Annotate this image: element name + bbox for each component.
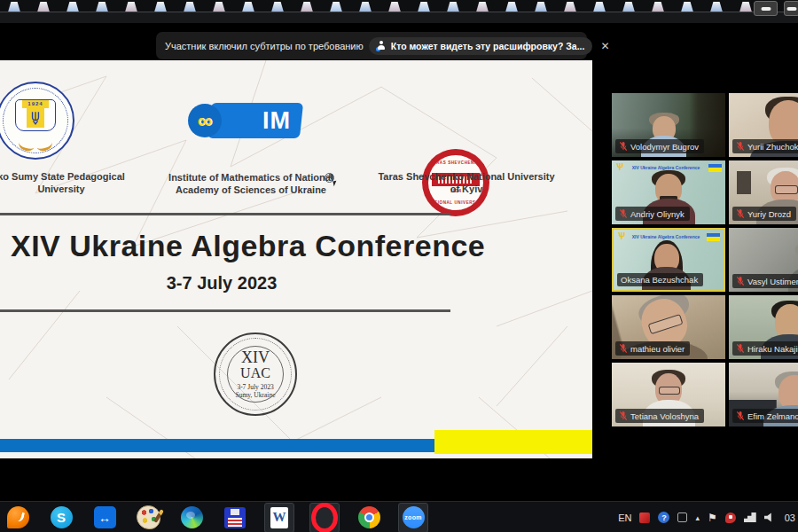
flag-bar-blue — [0, 439, 434, 452]
participant-tile-vasyl-ustimenko[interactable]: Vasyl Ustimenko — [729, 228, 798, 292]
participant-tile-oksana-bezushchak[interactable]: ѰXIV Ukraine Algebra ConferenceOksana Be… — [612, 228, 725, 292]
participant-name-label: Tetiana Voloshyna — [615, 409, 704, 423]
conference-dates: 3-7 July 2023 — [0, 273, 443, 293]
system-tray: 03 EN?▴⚑ — [618, 502, 798, 532]
participant-name: Tetiana Voloshyna — [630, 411, 699, 421]
participant-name: Yuriy Drozd — [747, 209, 791, 219]
muted-mic-icon — [736, 141, 745, 152]
video-thumbnail — [327, 2, 345, 12]
taskbar-skype-icon[interactable]: S — [47, 504, 75, 532]
video-thumbnail — [181, 2, 199, 12]
video-thumbnail — [152, 2, 169, 12]
video-thumbnail — [708, 2, 725, 12]
notification-message: Участник включил субтитры по требованию — [165, 41, 364, 51]
video-thumbnail — [532, 2, 550, 12]
video-thumbnail — [473, 2, 491, 12]
muted-mic-icon — [736, 411, 745, 421]
participant-name-label: Hiraku Nakajima — [732, 341, 798, 356]
participant-tile-hiraku-nakajima[interactable]: Hiraku Nakajima — [729, 295, 798, 359]
emblem-year: 1924 — [22, 100, 49, 108]
participant-tile-mathieu-olivier[interactable]: mathieu olivier — [612, 295, 725, 359]
tray-hidden-icons-icon[interactable]: ▴ — [695, 513, 700, 522]
tray-utility-icon[interactable] — [677, 512, 687, 522]
sumy-university-logo: 1924 — [0, 82, 74, 160]
taskbar-floppy-icon[interactable] — [221, 504, 249, 532]
title-rule-bottom — [0, 309, 450, 312]
video-thumbnail — [386, 2, 403, 12]
video-thumbnail — [356, 2, 374, 12]
taskbar-apps: S↔Wzoom — [4, 502, 428, 532]
conference-title: XIV Ukraine Algebra Conference — [11, 229, 543, 263]
person-icon — [377, 41, 387, 51]
video-thumbnail — [269, 2, 286, 12]
video-thumbnail — [649, 2, 667, 12]
conference-stamp: XIV UAC 3-7 July 2023 Sumy, Ukraine — [214, 332, 297, 416]
top-thumbnail-strip — [0, 0, 798, 23]
caption-notification: Участник включил субтитры по требованию … — [156, 32, 587, 59]
video-thumbnail — [5, 2, 23, 12]
tray-language-icon[interactable]: EN — [618, 512, 631, 523]
participant-tile-andriy-oliynyk[interactable]: ѰXIV Ukraine Algebra ConferenceAndriy Ol… — [612, 160, 725, 224]
close-icon[interactable]: ✕ — [598, 40, 612, 52]
window-control-button[interactable] — [784, 1, 798, 16]
participant-tile-tetiana-voloshyna[interactable]: Tetiana Voloshyna — [612, 363, 725, 426]
video-thumbnail — [561, 2, 579, 12]
video-thumbnail — [737, 2, 755, 12]
tray-security-alert-icon[interactable] — [725, 512, 736, 523]
taskbar-word-icon[interactable]: W — [264, 503, 294, 532]
participant-name: Vasyl Ustimenko — [747, 277, 798, 286]
im-caption: Institute of Mathematics of National Aca… — [160, 171, 342, 197]
video-thumbnail — [64, 2, 82, 12]
participant-name-label: mathieu olivier — [615, 341, 690, 356]
taskbar-paint-icon[interactable] — [134, 504, 162, 532]
participant-tile-volodymyr-bugrov[interactable]: Volodymyr Bugrov — [612, 93, 725, 157]
taskbar-chrome-icon[interactable] — [355, 504, 383, 532]
minimize-button[interactable] — [754, 1, 778, 16]
strip-divider — [0, 12, 798, 12]
taskbar-edge-icon[interactable] — [177, 504, 206, 532]
participant-name-label: Volodymyr Bugrov — [615, 139, 704, 153]
participant-name: Andriy Oliynyk — [630, 209, 685, 219]
participant-name-label: Efim Zelmanov — [732, 409, 798, 423]
participant-name: Volodymyr Bugrov — [630, 142, 699, 152]
video-thumbnail — [93, 2, 111, 12]
title-rule-top — [0, 213, 450, 215]
muted-mic-icon — [736, 276, 745, 286]
muted-mic-icon — [619, 208, 628, 219]
participant-name: mathieu olivier — [630, 344, 685, 354]
participant-name-label: Oksana Bezushchak — [617, 273, 703, 286]
participant-name-label: Vasyl Ustimenko — [732, 274, 798, 288]
video-thumbnail — [210, 2, 228, 12]
video-thumbnail — [122, 2, 140, 12]
shevchenko-caption: Taras Shevchenko National University of … — [375, 170, 558, 196]
taskbar-opera-icon[interactable] — [309, 503, 340, 532]
tray-volume-icon[interactable] — [764, 512, 776, 522]
trident-icon — [27, 108, 44, 128]
taskbar-teamviewer-icon[interactable]: ↔ — [90, 504, 119, 532]
video-thumbnail — [239, 2, 257, 12]
muted-mic-icon — [736, 343, 745, 354]
participant-name-label: Yurii Zhuchok — [732, 139, 798, 153]
taskbar: S↔Wzoom 03 EN?▴⚑ — [0, 501, 798, 532]
infinity-icon: ∞ — [188, 104, 222, 137]
muted-mic-icon — [736, 208, 745, 219]
desktop-screen: Участник включил субтитры по требованию … — [0, 0, 798, 532]
clock[interactable]: 03 — [785, 512, 795, 523]
muted-mic-icon — [619, 141, 628, 152]
video-thumbnail — [35, 2, 52, 12]
participant-name-label: Yuriy Drozd — [732, 207, 796, 221]
video-thumbnail — [503, 2, 520, 12]
transcript-visibility-button[interactable]: Кто может видеть эту расшифровку? За... — [369, 37, 593, 55]
participant-tile-yurii-zhuchok[interactable]: Yurii Zhuchok — [729, 93, 798, 157]
tray-network-icon[interactable] — [744, 512, 756, 522]
taskbar-avast-icon[interactable] — [4, 504, 32, 532]
participant-tile-yuriy-drozd[interactable]: Yuriy Drozd — [729, 160, 798, 224]
tray-antivirus-icon[interactable] — [639, 512, 650, 523]
taskbar-zoom-icon[interactable]: zoom — [398, 503, 428, 532]
tray-help-icon[interactable]: ? — [658, 512, 669, 523]
participant-tile-efim-zelmanov[interactable]: Efim Zelmanov — [729, 363, 798, 426]
participant-grid: Volodymyr BugrovYurii ZhuchokѰXIV Ukrain… — [612, 93, 798, 426]
tray-notification-flag-icon[interactable]: ⚑ — [708, 512, 717, 524]
shared-screen-slide: 1924 ko Sumy State Pedagogical Universit… — [0, 60, 592, 458]
video-thumbnail — [678, 2, 696, 12]
